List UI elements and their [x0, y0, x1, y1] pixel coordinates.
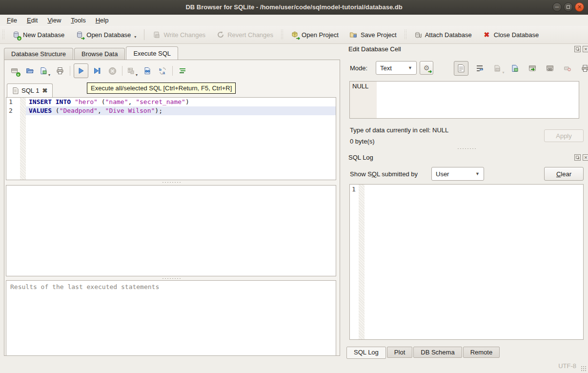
- mode-combobox[interactable]: Text ▼: [376, 61, 417, 75]
- tab-plot[interactable]: Plot: [387, 347, 412, 358]
- set-null-button: [561, 62, 574, 75]
- tab-browse-data[interactable]: Browse Data: [74, 48, 125, 60]
- editor-line[interactable]: 2VALUES ("Deadpond", "Dive Wilson");: [6, 106, 336, 115]
- minimize-button[interactable]: ─: [552, 2, 562, 12]
- open-in-editor-icon: ▾: [493, 64, 502, 73]
- tab-remote[interactable]: Remote: [463, 347, 500, 358]
- sql-tab-label: SQL 1: [21, 87, 39, 94]
- save-sql-file-icon: [40, 67, 48, 75]
- sql-log-filter-combobox[interactable]: User ▼: [431, 167, 484, 181]
- dock-float-icon[interactable]: [574, 46, 581, 52]
- import-file-button[interactable]: [508, 62, 521, 75]
- maximize-icon: [567, 5, 570, 9]
- open-database-icon: ➜: [75, 31, 83, 39]
- tab-sql-log[interactable]: SQL Log: [346, 347, 386, 359]
- menu-file[interactable]: File: [2, 15, 22, 25]
- sql-log-view[interactable]: 1: [349, 184, 584, 340]
- sql-file-icon: [12, 87, 19, 94]
- app-window: DB Browser for SQLite - /home/user/code/…: [0, 0, 588, 373]
- menu-help[interactable]: Help: [91, 15, 114, 25]
- revert-changes-button: Revert Changes: [212, 29, 277, 41]
- close-button[interactable]: ✕: [575, 2, 584, 12]
- attach-database-icon: [414, 31, 422, 39]
- toolbar-separator: [144, 29, 144, 40]
- sql-tab[interactable]: SQL 1 ✖: [7, 83, 53, 97]
- mode-label: Mode:: [350, 64, 367, 72]
- sql-log-filter-value: User: [436, 170, 449, 178]
- open-project-label: Open Project: [302, 31, 339, 39]
- auto-apply-button[interactable]: ⚙➜: [420, 61, 433, 75]
- execute-sql-button[interactable]: [74, 63, 88, 78]
- execute-sql-tooltip: Execute all/selected SQL [Ctrl+Return, F…: [87, 83, 236, 94]
- main-tab-bar: Database Structure Browse Data Execute S…: [4, 47, 179, 60]
- format-sql-icon: [179, 67, 187, 75]
- text-document-icon: [457, 64, 466, 73]
- maximize-button[interactable]: [564, 2, 573, 12]
- stop-icon: [108, 67, 117, 75]
- export-file-button[interactable]: [526, 62, 539, 75]
- format-sql-button[interactable]: [176, 64, 189, 77]
- cell-value-editor[interactable]: NULL: [349, 81, 579, 119]
- print-sql-button[interactable]: [54, 64, 66, 77]
- write-changes-icon: [152, 31, 161, 39]
- text-mode-button[interactable]: [454, 61, 468, 76]
- toolbar-grip[interactable]: [2, 29, 4, 40]
- word-wrap-icon: [476, 64, 484, 73]
- editor-gutter: [6, 115, 20, 180]
- clear-log-button[interactable]: Clear: [544, 167, 584, 181]
- menu-tools[interactable]: Tools: [66, 15, 90, 25]
- open-project-button[interactable]: ➜ Open Project: [286, 29, 343, 41]
- menubar: File Edit View Tools Help: [0, 15, 588, 26]
- save-project-label: Save Project: [361, 31, 397, 39]
- toolbar-grip[interactable]: [404, 29, 406, 40]
- splitter-handle[interactable]: [345, 147, 588, 150]
- save-sql-dropdown-icon[interactable]: ▾: [48, 73, 50, 77]
- titlebar: DB Browser for SQLite - /home/user/code/…: [0, 0, 588, 15]
- toolbar-grip[interactable]: [281, 29, 283, 40]
- menu-edit[interactable]: Edit: [22, 15, 42, 25]
- tab-execute-sql[interactable]: Execute SQL: [126, 46, 178, 60]
- new-database-button[interactable]: + New Database: [8, 29, 68, 41]
- splitter-handle[interactable]: [4, 181, 338, 184]
- toolbar-separator: [172, 66, 173, 76]
- revert-changes-icon: [216, 31, 224, 39]
- dock-close-icon[interactable]: ✕: [583, 46, 588, 52]
- results-grid-pane[interactable]: [6, 185, 336, 276]
- dock-close-icon[interactable]: ✕: [583, 154, 588, 161]
- sql-editor[interactable]: 1INSERT INTO "hero" ("name", "secret_nam…: [6, 97, 336, 180]
- execute-current-line-button[interactable]: [91, 64, 103, 77]
- attach-database-label: Attach Database: [425, 31, 472, 39]
- menu-view[interactable]: View: [42, 15, 66, 25]
- save-sql-file-button[interactable]: ▾: [39, 64, 51, 77]
- word-wrap-button[interactable]: [473, 62, 486, 75]
- find-replace-button[interactable]: ba: [156, 64, 169, 77]
- sql-editor-toolbar: + ▾: [8, 63, 189, 79]
- open-database-dropdown-icon[interactable]: ▾: [134, 35, 136, 39]
- open-database-button[interactable]: ➜ Open Database ▾: [71, 29, 140, 41]
- new-tab-button[interactable]: +: [8, 64, 21, 77]
- find-button[interactable]: [141, 64, 154, 77]
- tab-database-structure[interactable]: Database Structure: [4, 48, 73, 60]
- sql-tab-close-icon[interactable]: ✖: [42, 87, 47, 94]
- print-icon: [581, 64, 588, 73]
- open-sql-file-button[interactable]: [23, 64, 36, 77]
- cell-size-info: 0 byte(s): [350, 138, 375, 145]
- close-database-button[interactable]: ✖ Close Database: [479, 29, 543, 41]
- editor-line[interactable]: 1INSERT INTO "hero" ("name", "secret_nam…: [6, 98, 336, 106]
- splitter-handle[interactable]: [4, 277, 338, 280]
- execution-results-pane[interactable]: Results of the last executed statements: [6, 280, 336, 356]
- sql-log-dock-title: SQL Log: [348, 154, 373, 161]
- tab-db-schema[interactable]: DB Schema: [413, 347, 462, 358]
- save-project-button[interactable]: Save Project: [345, 29, 401, 41]
- open-url-button: [544, 62, 556, 75]
- attach-database-button[interactable]: Attach Database: [410, 29, 476, 41]
- sql-editor-lines: 1INSERT INTO "hero" ("name", "secret_nam…: [6, 98, 336, 115]
- print-cell-button[interactable]: [579, 62, 588, 75]
- open-database-label: Open Database: [86, 31, 131, 39]
- chevron-down-icon: ▼: [408, 65, 412, 70]
- open-project-icon: ➜: [290, 31, 299, 39]
- window-title: DB Browser for SQLite - /home/user/code/…: [185, 3, 402, 11]
- resize-grip[interactable]: [581, 366, 587, 372]
- log-fold-margin: [359, 185, 365, 339]
- dock-float-icon[interactable]: [574, 154, 581, 161]
